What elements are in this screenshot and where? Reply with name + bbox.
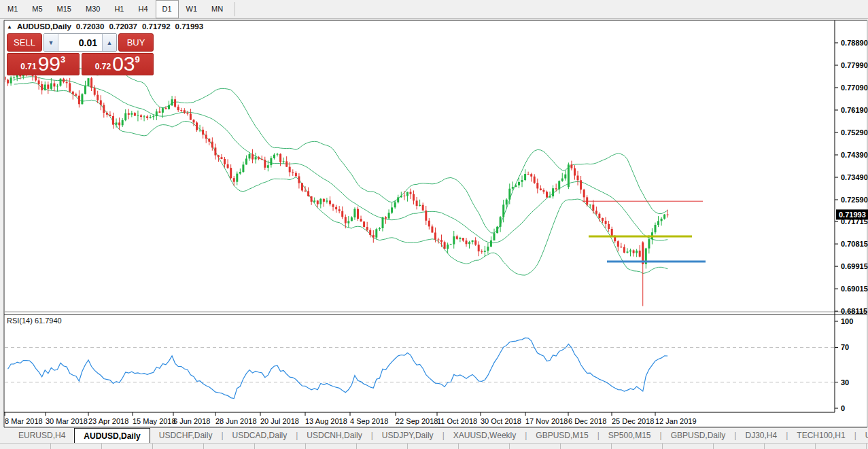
buy-price-prefix: 0.72 <box>95 62 111 71</box>
sell-price-pip: 3 <box>60 54 65 65</box>
buy-price-big: 03 <box>112 54 135 74</box>
svg-text:100: 100 <box>841 317 853 325</box>
chart-tab-usdcnh-daily[interactable]: USDCNH,Daily <box>298 428 370 443</box>
chart-tab-gbpusd-m15[interactable]: GBPUSD,M15 <box>527 428 597 443</box>
chart-tab-dj30-h4[interactable]: DJ30,H4 <box>736 428 786 443</box>
svg-text:0.78890: 0.78890 <box>841 39 868 47</box>
svg-text:0: 0 <box>841 404 845 412</box>
chart-tab-usdjpy-daily[interactable]: USDJPY,Daily <box>373 428 442 443</box>
svg-text:8 Mar 2018: 8 Mar 2018 <box>5 417 43 425</box>
buy-price-box[interactable]: 0.72 03 9 <box>82 53 154 75</box>
svg-text:0.73490: 0.73490 <box>841 173 868 181</box>
rsi-indicator-label: RSI(14) 61.7940 <box>7 317 62 325</box>
sell-price-prefix: 0.71 <box>20 62 36 71</box>
svg-text:30: 30 <box>841 378 849 387</box>
buy-button[interactable]: BUY <box>118 33 154 52</box>
svg-text:15 May 2018: 15 May 2018 <box>133 417 176 425</box>
timeframe-button-d1[interactable]: D1 <box>156 0 179 18</box>
timeframe-toolbar: M1M5M15M30H1H4D1W1MN <box>0 0 868 19</box>
bottom-scroll-strip[interactable] <box>0 443 868 449</box>
ohlc-high: 0.72037 <box>109 22 137 31</box>
volume-input[interactable]: 0.01 <box>58 34 102 51</box>
svg-text:0.77990: 0.77990 <box>841 61 868 69</box>
chart-tab-ukoil-h1[interactable]: UKOil,H1 <box>856 428 868 443</box>
symbol-ohlc-line: ▲ AUDUSD,Daily 0.72030 0.72037 0.71792 0… <box>7 22 203 31</box>
chart-tab-sp500-m15[interactable]: SP500,M15 <box>600 428 660 443</box>
svg-text:6 Dec 2018: 6 Dec 2018 <box>568 417 606 425</box>
svg-text:0.70815: 0.70815 <box>841 240 868 248</box>
trading-terminal-window: M1M5M15M30H1H4D1W1MN 0.788900.779900.770… <box>0 0 868 449</box>
svg-text:0.71993: 0.71993 <box>839 211 866 219</box>
chart-canvas[interactable]: 0.788900.779900.770900.761900.752900.743… <box>0 19 868 428</box>
svg-text:70: 70 <box>841 343 849 351</box>
svg-text:11 Oct 2018: 11 Oct 2018 <box>437 417 477 425</box>
svg-text:0.76190: 0.76190 <box>841 106 868 114</box>
timeframe-button-m15[interactable]: M15 <box>50 0 78 18</box>
chart-tab-usdcad-daily[interactable]: USDCAD,Daily <box>224 428 296 443</box>
sell-price-box[interactable]: 0.71 99 3 <box>7 53 80 75</box>
svg-text:12 Jan 2019: 12 Jan 2019 <box>655 417 697 425</box>
chart-tab-gbpusd-daily[interactable]: GBPUSD,Daily <box>662 428 735 443</box>
svg-text:0.69015: 0.69015 <box>841 285 868 293</box>
ohlc-close: 0.71993 <box>175 22 204 31</box>
svg-text:0.69915: 0.69915 <box>841 262 868 270</box>
svg-text:13 Aug 2018: 13 Aug 2018 <box>305 417 347 425</box>
buy-price-pip: 9 <box>135 54 140 65</box>
ohlc-low: 0.71792 <box>142 22 171 31</box>
svg-text:23 Apr 2018: 23 Apr 2018 <box>88 417 128 425</box>
chart-tab-xauusd-weekly[interactable]: XAUUSD,Weekly <box>445 428 525 443</box>
sell-price-big: 99 <box>38 54 60 74</box>
chart-tabbar: EURUSD,H4AUDUSD,DailyUSDCHF,Daily|USDCAD… <box>0 428 868 443</box>
svg-text:0.68115: 0.68115 <box>841 307 867 315</box>
collapse-panel-icon[interactable]: ▲ <box>7 24 12 30</box>
timeframe-button-w1[interactable]: W1 <box>179 0 205 18</box>
svg-text:17 Nov 2018: 17 Nov 2018 <box>525 417 568 425</box>
svg-text:0.72590: 0.72590 <box>841 196 868 204</box>
svg-text:6 Jun 2018: 6 Jun 2018 <box>173 417 210 425</box>
timeframe-button-m1[interactable]: M1 <box>1 0 24 18</box>
chart-tab-eurusd-h4[interactable]: EURUSD,H4 <box>10 428 74 443</box>
svg-text:25 Dec 2018: 25 Dec 2018 <box>612 417 654 425</box>
svg-text:22 Sep 2018: 22 Sep 2018 <box>396 417 438 425</box>
timeframe-button-m30[interactable]: M30 <box>79 0 107 18</box>
svg-text:0.77090: 0.77090 <box>841 84 868 92</box>
svg-text:20 Jul 2018: 20 Jul 2018 <box>260 417 299 425</box>
one-click-trading-panel: SELL ▼ 0.01 ▲ BUY 0.71 99 3 0.72 03 9 <box>7 33 154 75</box>
svg-text:0.75290: 0.75290 <box>841 128 868 137</box>
symbol-title: AUDUSD,Daily <box>17 22 71 31</box>
timeframe-button-mn[interactable]: MN <box>205 0 230 18</box>
toolbar-separator <box>235 2 235 16</box>
svg-text:30 Oct 2018: 30 Oct 2018 <box>481 417 521 425</box>
timeframe-button-h1[interactable]: H1 <box>107 0 131 18</box>
sell-button[interactable]: SELL <box>7 33 42 52</box>
svg-text:0.74390: 0.74390 <box>841 151 868 159</box>
timeframe-button-h4[interactable]: H4 <box>131 0 154 18</box>
svg-text:4 Sep 2018: 4 Sep 2018 <box>350 417 388 425</box>
svg-text:28 Jun 2018: 28 Jun 2018 <box>215 417 257 425</box>
chart-tab-tech100-h1[interactable]: TECH100,H1 <box>788 428 854 443</box>
volume-increase-button[interactable]: ▲ <box>102 34 116 51</box>
timeframe-button-m5[interactable]: M5 <box>25 0 49 18</box>
volume-stepper: ▼ 0.01 ▲ <box>44 33 117 52</box>
svg-text:30 Mar 2018: 30 Mar 2018 <box>46 417 88 425</box>
current-price-tag: 0.71993 <box>836 209 868 219</box>
ohlc-open: 0.72030 <box>76 22 105 31</box>
chart-tab-usdchf-daily[interactable]: USDCHF,Daily <box>150 428 222 443</box>
chart-tab-audusd-daily[interactable]: AUDUSD,Daily <box>74 428 150 443</box>
volume-decrease-button[interactable]: ▼ <box>44 34 58 51</box>
